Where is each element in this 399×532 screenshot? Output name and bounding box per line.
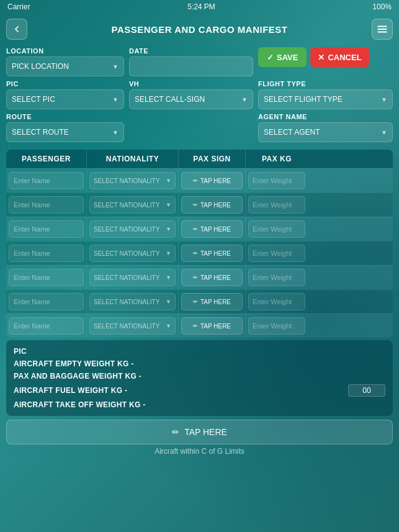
back-button[interactable] [6, 19, 27, 40]
name-cell: Enter Name [6, 217, 87, 241]
nationality-select[interactable]: SELECT NATIONALITY▼ [89, 220, 176, 238]
route-select[interactable]: SELECT ROUTE ▼ [6, 122, 124, 142]
pic-chevron-icon: ▼ [112, 96, 119, 103]
location-select[interactable]: PICK LOCATION ▼ [6, 56, 124, 76]
cog-limits-text: Aircraft within C of G Limits [0, 447, 399, 458]
tap-here-button[interactable]: ✏TAP HERE [181, 196, 243, 214]
empty-weight-label: AIRCRAFT EMPTY WEIGHT KG - [14, 359, 134, 368]
vh-chevron-icon: ▼ [241, 96, 248, 103]
vh-select[interactable]: SELECT CALL-SIGN ▼ [129, 89, 253, 109]
nationality-cell: SELECT NATIONALITY▼ [87, 290, 179, 313]
tap-here-button[interactable]: ✏TAP HERE [181, 317, 243, 335]
weight-input[interactable]: Enter Weight [248, 220, 305, 238]
cancel-label: CANCEL [328, 53, 361, 62]
tap-here-button[interactable]: ✏TAP HERE [181, 293, 243, 310]
tap-here-button[interactable]: ✏TAP HERE [181, 245, 243, 262]
table-body: Enter NameSELECT NATIONALITY▼✏TAP HEREEn… [6, 168, 393, 338]
flight-type-label: FLIGHT TYPE [258, 80, 393, 88]
name-input[interactable]: Enter Name [9, 172, 84, 189]
location-value: PICK LOCATION [12, 62, 69, 71]
save-button[interactable]: ✓ SAVE [258, 47, 307, 67]
name-cell: Enter Name [6, 266, 87, 289]
weight-input[interactable]: Enter Weight [248, 269, 305, 286]
vh-group: VH SELECT CALL-SIGN ▼ [129, 80, 253, 109]
screen: Carrier 5:24 PM 100% PASSENGER AND CARGO… [0, 0, 399, 532]
flight-type-select[interactable]: SELECT FLIGHT TYPE ▼ [258, 89, 393, 109]
takeoff-weight-row: AIRCRAFT TAKE OFF WEIGHT KG - [14, 399, 385, 411]
agent-group: AGENT NAME SELECT AGENT ▼ [258, 113, 393, 142]
nationality-select[interactable]: SELECT NATIONALITY▼ [89, 317, 176, 335]
fuel-weight-value: 00 [348, 384, 385, 397]
location-chevron-icon: ▼ [112, 63, 119, 70]
name-input[interactable]: Enter Name [9, 293, 84, 310]
pax-sign-cell: ✏TAP HERE [179, 169, 246, 192]
page-title: PASSENGER AND CARGO MANIFEST [27, 24, 372, 35]
name-cell: Enter Name [6, 169, 87, 192]
agent-label: AGENT NAME [258, 113, 393, 120]
bottom-tap-button[interactable]: ✏ TAP HERE [6, 420, 393, 444]
carrier-label: Carrier [7, 2, 30, 11]
col-pax-sign: PAX SIGN [179, 150, 246, 168]
table-row: Enter NameSELECT NATIONALITY▼✏TAP HEREEn… [6, 265, 393, 289]
route-value: SELECT ROUTE [12, 128, 69, 137]
passenger-table: PASSENGER NATIONALITY PAX SIGN PAX KG En… [6, 150, 393, 338]
time-label: 5:24 PM [187, 2, 215, 11]
nationality-select[interactable]: SELECT NATIONALITY▼ [89, 269, 176, 286]
pax-baggage-label: PAX AND BAGGAGE WEIGHT KG - [14, 372, 141, 381]
tap-here-button[interactable]: ✏TAP HERE [181, 220, 243, 238]
pic-select[interactable]: SELECT PIC ▼ [6, 89, 124, 109]
pax-sign-cell: ✏TAP HERE [179, 193, 246, 217]
location-label: LOCATION [6, 47, 124, 55]
vh-label: VH [129, 80, 253, 88]
header: PASSENGER AND CARGO MANIFEST [0, 14, 399, 45]
weight-input[interactable]: Enter Weight [248, 196, 305, 214]
menu-button[interactable] [372, 19, 393, 40]
weight-cell: Enter Weight [246, 241, 308, 265]
nationality-cell: SELECT NATIONALITY▼ [87, 169, 179, 192]
vh-value: SELECT CALL-SIGN [135, 95, 205, 104]
weight-input[interactable]: Enter Weight [248, 172, 305, 189]
table-row: Enter NameSELECT NATIONALITY▼✏TAP HEREEn… [6, 217, 393, 241]
name-input[interactable]: Enter Name [9, 245, 84, 262]
nationality-select[interactable]: SELECT NATIONALITY▼ [89, 245, 176, 262]
weight-cell: Enter Weight [246, 193, 308, 217]
col-nationality: NATIONALITY [87, 150, 179, 168]
cancel-button[interactable]: ✕ CANCEL [310, 47, 369, 67]
summary-section: PIC AIRCRAFT EMPTY WEIGHT KG - PAX AND B… [6, 340, 393, 416]
table-row: Enter NameSELECT NATIONALITY▼✏TAP HEREEn… [6, 192, 393, 217]
name-input[interactable]: Enter Name [9, 196, 84, 214]
tap-here-button[interactable]: ✏TAP HERE [181, 172, 243, 189]
weight-input[interactable]: Enter Weight [248, 317, 305, 335]
date-input[interactable] [129, 56, 253, 76]
save-label: SAVE [277, 53, 298, 62]
weight-input[interactable]: Enter Weight [248, 245, 305, 262]
nationality-select[interactable]: SELECT NATIONALITY▼ [89, 196, 176, 214]
table-row: Enter NameSELECT NATIONALITY▼✏TAP HEREEn… [6, 313, 393, 338]
name-input[interactable]: Enter Name [9, 220, 84, 238]
col-pax-kg: PAX KG [246, 150, 308, 168]
cancel-x-icon: ✕ [318, 53, 325, 62]
nationality-cell: SELECT NATIONALITY▼ [87, 241, 179, 265]
pic-summary-row: PIC [14, 345, 385, 358]
name-input[interactable]: Enter Name [9, 269, 84, 286]
fuel-weight-row: AIRCRAFT FUEL WEIGHT KG - 00 [14, 382, 385, 399]
weight-input[interactable]: Enter Weight [248, 293, 305, 310]
form-section: LOCATION PICK LOCATION ▼ DATE ✓ SAVE ✕ C… [0, 45, 399, 150]
takeoff-weight-label: AIRCRAFT TAKE OFF WEIGHT KG - [14, 400, 145, 409]
save-check-icon: ✓ [267, 53, 274, 62]
tap-here-button[interactable]: ✏TAP HERE [181, 269, 243, 286]
route-chevron-icon: ▼ [112, 129, 119, 136]
nationality-select[interactable]: SELECT NATIONALITY▼ [89, 172, 176, 189]
route-label: ROUTE [6, 113, 124, 120]
name-input[interactable]: Enter Name [9, 317, 84, 335]
flight-type-chevron-icon: ▼ [381, 96, 387, 103]
nationality-cell: SELECT NATIONALITY▼ [87, 193, 179, 217]
date-label: DATE [129, 47, 253, 55]
form-row-2: PIC SELECT PIC ▼ VH SELECT CALL-SIGN ▼ F… [6, 80, 393, 109]
pic-value: SELECT PIC [12, 95, 55, 104]
agent-select[interactable]: SELECT AGENT ▼ [258, 122, 393, 142]
nationality-select[interactable]: SELECT NATIONALITY▼ [89, 293, 176, 310]
pic-summary-label: PIC [14, 347, 27, 356]
pax-sign-cell: ✏TAP HERE [179, 217, 246, 241]
pic-label: PIC [6, 80, 124, 88]
